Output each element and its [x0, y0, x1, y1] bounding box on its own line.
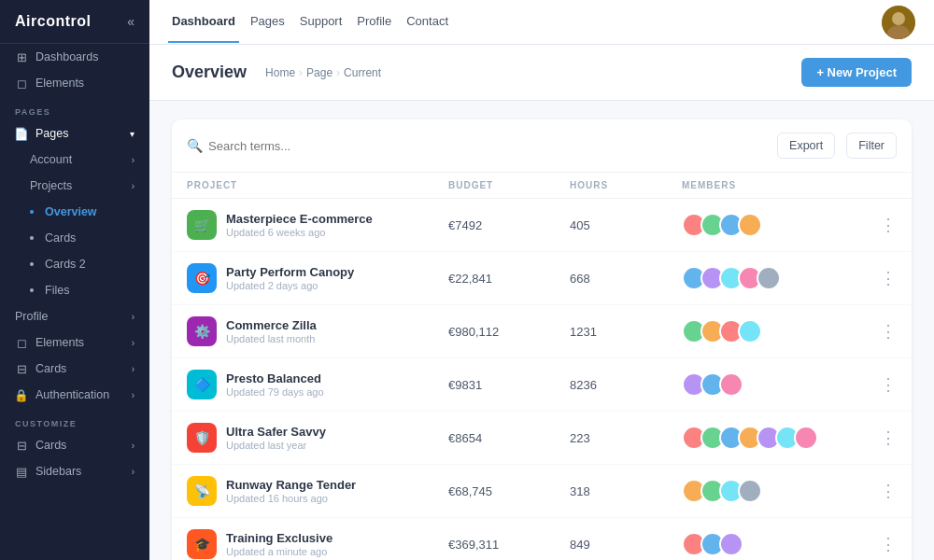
chevron-icon: ›: [132, 364, 134, 374]
breadcrumb-current: Current: [344, 66, 381, 79]
sidebar-item-label: Sidebars: [35, 465, 81, 478]
project-updated: Updated 6 weeks ago: [226, 227, 373, 238]
chevron-icon: ›: [132, 390, 134, 400]
sidebar-item-sidebars[interactable]: ▤Sidebars›: [0, 458, 149, 484]
topnav-item-dashboard[interactable]: Dashboard: [168, 1, 239, 43]
row-more-button[interactable]: ⋮: [869, 481, 897, 501]
topnav-item-support[interactable]: Support: [296, 1, 347, 43]
breadcrumb-sep-2: ›: [336, 66, 340, 79]
topnav-item-contact[interactable]: Contact: [403, 1, 452, 43]
sidebar-item-overview[interactable]: Overview: [0, 199, 149, 225]
project-name: Ultra Safer Savvy: [226, 425, 326, 439]
row-more-button[interactable]: ⋮: [869, 534, 897, 554]
top-navigation: DashboardPagesSupportProfileContact: [149, 0, 934, 45]
user-avatar[interactable]: [882, 6, 915, 39]
sidebar-item-authentication[interactable]: 🔒Authentication›: [0, 382, 149, 408]
project-cell: 🔷Presto BalancedUpdated 79 days ago: [187, 370, 448, 399]
sidebar-item-cards[interactable]: Cards: [0, 225, 149, 251]
export-button[interactable]: Export: [777, 133, 835, 159]
sidebar-item-elements[interactable]: ◻Elements›: [0, 329, 149, 356]
row-more-button[interactable]: ⋮: [869, 321, 897, 342]
nav-icon: ⊟: [15, 362, 28, 375]
sidebar-item-cards[interactable]: ⊟Cards›: [0, 432, 149, 458]
project-cell: 🛡️Ultra Safer SavvyUpdated last year: [187, 423, 448, 453]
chevron-icon: ›: [132, 467, 134, 477]
nav-icon: ◻: [15, 77, 28, 90]
project-updated: Updated 2 days ago: [226, 280, 354, 291]
project-info: Training ExclusiveUpdated a minute ago: [226, 531, 333, 557]
sidebar-item-account[interactable]: Account›: [0, 147, 149, 173]
project-cell: 🛒Masterpiece E-commerceUpdated 6 weeks a…: [187, 210, 448, 240]
row-more-button[interactable]: ⋮: [869, 215, 897, 235]
budget-cell: €7492: [448, 218, 570, 232]
sidebar-item-profile[interactable]: Profile›: [0, 303, 149, 329]
table-header: PROJECT BUDGET HOURS MEMBERS: [172, 173, 912, 199]
avatar-image: [882, 6, 915, 39]
project-updated: Updated last year: [226, 440, 326, 451]
hours-cell: 223: [570, 431, 682, 445]
project-updated: Updated last month: [226, 333, 317, 344]
col-budget: BUDGET: [448, 180, 570, 190]
nav-icon: ⊞: [15, 50, 28, 63]
project-cell: ⚙️Commerce ZillaUpdated last month: [187, 316, 448, 346]
sidebar-item-label: Dashboards: [35, 50, 98, 63]
member-avatar: [738, 213, 762, 237]
hours-cell: 1231: [570, 325, 682, 339]
project-cell: 📡Runway Range TenderUpdated 16 hours ago: [187, 476, 448, 506]
members-cell: [682, 266, 869, 290]
hours-cell: 318: [570, 484, 682, 498]
sidebar-item-label: Cards: [35, 439, 66, 452]
sidebar-item-projects[interactable]: Projects›: [0, 173, 149, 199]
table-row: 🔷Presto BalancedUpdated 79 days ago€9831…: [172, 358, 912, 412]
hours-cell: 405: [570, 218, 682, 232]
sidebar-item-dashboards[interactable]: ⊞Dashboards: [0, 44, 149, 70]
svg-point-1: [892, 12, 905, 25]
sidebar-item-label: Elements: [35, 77, 84, 90]
breadcrumb-page: Page: [306, 66, 333, 79]
sidebar-item-cards[interactable]: ⊟Cards›: [0, 356, 149, 382]
new-project-button[interactable]: + New Project: [801, 58, 912, 87]
row-more-button[interactable]: ⋮: [869, 427, 897, 448]
chevron-icon: ›: [132, 155, 134, 165]
sidebar-item-label: Profile: [15, 310, 48, 323]
avatar-stack: [682, 372, 743, 397]
row-more-button[interactable]: ⋮: [869, 374, 897, 395]
sidebar-item-files[interactable]: Files: [0, 277, 149, 303]
chevron-icon: ›: [132, 338, 134, 348]
table-row: 🛡️Ultra Safer SavvyUpdated last year€865…: [172, 412, 912, 465]
page-title: Overview: [172, 63, 247, 82]
project-name: Presto Balanced: [226, 371, 324, 385]
project-icon: 🎯: [187, 263, 217, 293]
projects-table-card: 🔍 Export Filter PROJECT BUDGET HOURS MEM…: [172, 119, 912, 560]
sidebar-collapse-button[interactable]: «: [127, 14, 134, 29]
members-cell: [682, 426, 869, 450]
sidebar-item-pages[interactable]: 📄Pages▾: [0, 120, 149, 147]
sidebar-item-label: Projects: [30, 179, 72, 192]
sidebar-header: Aircontrol «: [0, 0, 149, 44]
sidebar-item-cards-2[interactable]: Cards 2: [0, 251, 149, 277]
row-more-button[interactable]: ⋮: [869, 268, 897, 288]
member-avatar: [738, 319, 762, 343]
search-box: 🔍: [187, 138, 766, 153]
member-avatar: [719, 532, 743, 556]
table-row: 🎯Party Perform CanopyUpdated 2 days ago€…: [172, 252, 912, 305]
budget-cell: €980,112: [448, 325, 570, 339]
topnav-item-pages[interactable]: Pages: [247, 1, 289, 43]
nav-dot-icon: [30, 288, 34, 292]
project-cell: 🎯Party Perform CanopyUpdated 2 days ago: [187, 263, 448, 293]
chevron-icon: ▾: [130, 129, 134, 139]
main-content: DashboardPagesSupportProfileContact Over…: [149, 0, 934, 560]
project-info: Party Perform CanopyUpdated 2 days ago: [226, 265, 354, 291]
avatar-stack: [682, 426, 818, 450]
project-info: Commerce ZillaUpdated last month: [226, 318, 317, 344]
member-avatar: [719, 372, 743, 397]
topnav-item-profile[interactable]: Profile: [353, 1, 395, 43]
sidebar: Aircontrol « ⊞Dashboards◻ElementsPAGES📄P…: [0, 0, 149, 560]
filter-button[interactable]: Filter: [846, 133, 897, 159]
hours-cell: 849: [570, 538, 682, 552]
members-cell: [682, 372, 869, 397]
project-name: Masterpiece E-commerce: [226, 212, 373, 226]
search-input[interactable]: [208, 139, 766, 153]
sidebar-item-elements[interactable]: ◻Elements: [0, 70, 149, 96]
chevron-icon: ›: [132, 312, 134, 322]
